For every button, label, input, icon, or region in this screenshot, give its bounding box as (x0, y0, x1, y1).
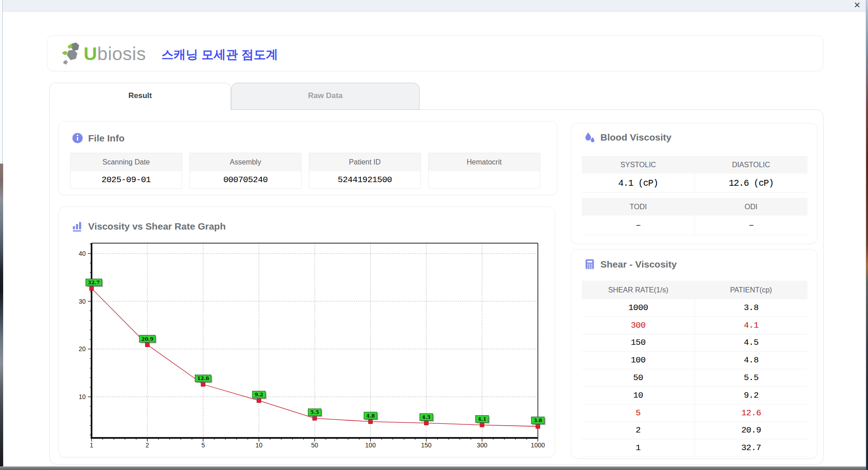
bv-value: 4.1 (cP) (582, 174, 695, 193)
shear-col-header: SHEAR RATE(1/s) (582, 281, 695, 299)
file-info-field: Scanning Date2025-09-01 (70, 153, 182, 189)
svg-text:4.8: 4.8 (366, 413, 375, 419)
svg-text:20: 20 (79, 345, 86, 352)
info-icon (72, 132, 83, 144)
shear-row: 505.5 (582, 369, 807, 387)
svg-text:40: 40 (79, 250, 86, 257)
bv-value: – (695, 216, 807, 235)
svg-text:100: 100 (365, 442, 376, 449)
app-title-korean: 스캐닝 모세관 점도계 (161, 47, 278, 63)
svg-text:32.7: 32.7 (88, 280, 100, 286)
field-label: Hematocrit (429, 153, 540, 171)
svg-text:4.5: 4.5 (422, 414, 430, 420)
shear-table: 10003.83004.11504.51004.8505.5109.2512.6… (582, 299, 807, 457)
file-info-title: File Info (88, 133, 125, 144)
shear-rate-cell: 1 (582, 439, 695, 456)
shear-rate-cell: 10 (582, 387, 695, 404)
blood-viscosity-card: Blood Viscosity SYSTOLICDIASTOLIC4.1 (cP… (571, 123, 817, 244)
shear-row: 512.6 (582, 404, 807, 422)
patient-cp-cell: 32.7 (695, 439, 807, 456)
shear-row: 220.9 (582, 422, 807, 440)
patient-cp-cell: 12.6 (695, 404, 807, 422)
calculator-icon (584, 258, 595, 270)
patient-cp-cell: 4.1 (695, 317, 807, 334)
field-label: Assembly (190, 153, 301, 171)
bar-chart-icon (72, 221, 83, 232)
svg-text:9.2: 9.2 (255, 392, 263, 398)
desktop-edge-bottom (0, 466, 868, 470)
logo-text: Ubiosis (84, 43, 146, 65)
bv-group: TODIODI–– (582, 198, 807, 235)
shear-col-header: PATIENT(cp) (695, 281, 808, 299)
shear-rate-cell: 300 (582, 317, 695, 334)
svg-text:30: 30 (79, 298, 86, 305)
graph-title: Viscosity vs Shear Rate Graph (88, 221, 226, 232)
file-info-card: File Info Scanning Date2025-09-01Assembl… (58, 121, 557, 195)
svg-text:150: 150 (421, 442, 432, 449)
svg-text:2: 2 (146, 442, 149, 449)
window-titlebar: × (3, 0, 866, 12)
bv-value: – (582, 216, 695, 235)
bv-header: ODI (695, 198, 808, 216)
close-icon[interactable]: × (854, 0, 860, 11)
patient-cp-cell: 3.8 (695, 299, 807, 316)
desktop-edge-right (866, 0, 868, 470)
ubiosis-logo-icon (60, 42, 81, 66)
bv-group: SYSTOLICDIASTOLIC4.1 (cP)12.6 (cP) (582, 156, 807, 193)
shear-rate-cell: 2 (582, 422, 695, 439)
svg-text:1000: 1000 (531, 442, 545, 449)
shear-row: 1004.8 (582, 352, 807, 369)
file-info-field: Hematocrit (428, 153, 540, 189)
svg-text:12.6: 12.6 (197, 376, 209, 381)
svg-text:4.1: 4.1 (478, 416, 486, 422)
field-value: 2025-09-01 (71, 171, 182, 188)
svg-text:3.8: 3.8 (533, 418, 542, 423)
field-label: Patient ID (309, 153, 420, 171)
graph-card: Viscosity vs Shear Rate Graph 1020304012… (58, 207, 555, 457)
shear-table-header: SHEAR RATE(1/s)PATIENT(cp) (582, 281, 807, 299)
shear-row: 132.7 (582, 439, 807, 457)
shear-rate-cell: 5 (582, 404, 695, 422)
shear-rate-cell: 50 (582, 369, 695, 386)
desktop-edge-left (0, 164, 3, 466)
svg-text:5.5: 5.5 (311, 409, 319, 415)
svg-text:5: 5 (201, 442, 205, 449)
svg-text:1: 1 (90, 442, 94, 449)
blood-viscosity-title: Blood Viscosity (600, 132, 671, 143)
patient-cp-cell: 9.2 (695, 387, 807, 404)
patient-cp-cell: 4.8 (695, 352, 807, 369)
file-info-field: Assembly000705240 (189, 153, 302, 189)
bv-value: 12.6 (cP) (695, 174, 807, 193)
svg-text:20.9: 20.9 (142, 336, 154, 342)
patient-cp-cell: 5.5 (695, 369, 807, 386)
shear-viscosity-card: Shear - Viscosity SHEAR RATE(1/s)PATIENT… (571, 249, 817, 459)
desktop-edge-left-top (0, 0, 2, 164)
shear-rate-cell: 100 (582, 352, 695, 369)
field-value: 000705240 (190, 171, 301, 188)
tab-raw-data[interactable]: Raw Data (231, 83, 420, 110)
droplets-icon (584, 132, 595, 143)
header-card: Ubiosis 스캐닝 모세관 점도계 (47, 35, 823, 71)
bv-header: DIASTOLIC (695, 156, 808, 174)
desktop-background: × Ubiosis 스캐닝 모세관 점도계 Result Raw Data (0, 0, 868, 470)
app-window: × Ubiosis 스캐닝 모세관 점도계 Result Raw Data (2, 0, 866, 466)
shear-rate-cell: 1000 (582, 299, 695, 316)
file-info-field: Patient ID52441921500 (309, 153, 421, 189)
patient-cp-cell: 20.9 (695, 422, 807, 439)
field-value: 52441921500 (309, 171, 420, 188)
shear-row: 1504.5 (582, 334, 807, 352)
shear-row: 10003.8 (582, 299, 807, 317)
brand-logo: Ubiosis (60, 42, 146, 66)
field-value (429, 171, 540, 188)
shear-viscosity-title: Shear - Viscosity (600, 259, 677, 270)
shear-row: 3004.1 (582, 317, 807, 334)
svg-text:10: 10 (255, 442, 263, 449)
shear-rate-cell: 150 (582, 334, 695, 352)
bv-header: SYSTOLIC (582, 156, 695, 174)
viscosity-chart: 102030401251050100150300100032.720.912.6… (66, 235, 550, 452)
svg-text:300: 300 (477, 442, 488, 449)
svg-text:50: 50 (311, 442, 318, 449)
bv-header: TODI (582, 198, 695, 216)
tab-result[interactable]: Result (49, 83, 231, 110)
shear-row: 109.2 (582, 387, 807, 404)
